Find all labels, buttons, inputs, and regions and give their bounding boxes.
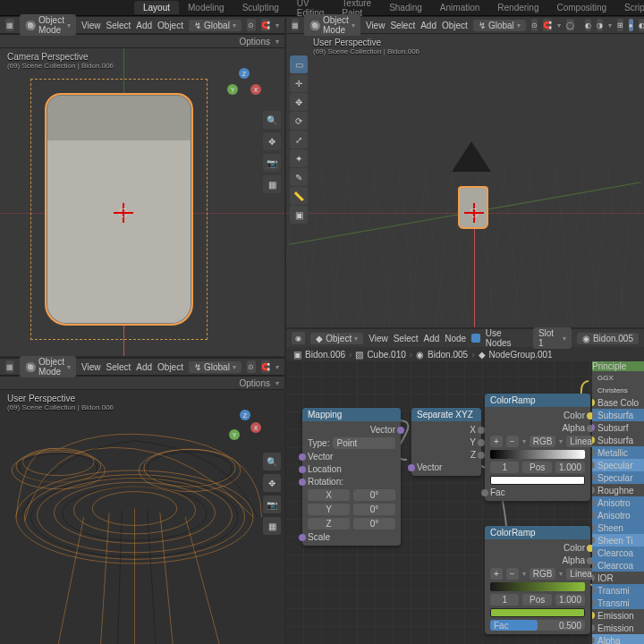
menu-view[interactable]: View (81, 362, 101, 372)
orientation-dropdown[interactable]: ↯Global▾ (473, 20, 526, 31)
ramp2-del[interactable]: − (506, 568, 519, 580)
zoom-icon[interactable]: 🔍 (263, 111, 281, 129)
ramp1-index[interactable]: 1 (490, 462, 519, 473)
orientation-dropdown[interactable]: ↯Global▾ (189, 361, 242, 373)
pivot-icon[interactable]: ⊙ (531, 19, 538, 31)
tool-measure-icon[interactable]: 📏 (290, 187, 308, 205)
viewport-c[interactable]: ▦ 🔘Object Mode▾ View Select Add Object ↯… (0, 358, 284, 644)
menu-add[interactable]: Add (420, 21, 436, 30)
snap-icon[interactable]: 🧲 (543, 19, 552, 31)
ramp2-mode[interactable]: RGB (530, 568, 556, 580)
gizmo-x[interactable]: X (250, 422, 261, 433)
viewport-c-canvas[interactable]: User Perspective(69) Scene Collection | … (0, 390, 284, 644)
menu-object[interactable]: Object (157, 362, 183, 372)
menu-node[interactable]: Node (445, 334, 466, 343)
node-mapping-title[interactable]: Mapping (302, 408, 401, 421)
ramp2-index[interactable]: 1 (490, 594, 519, 606)
crumb-material[interactable]: Bidon.005 (428, 350, 468, 360)
viewport-a-canvas[interactable]: Camera Perspective(69) Scene Collection … (0, 48, 284, 356)
menu-object[interactable]: Object (442, 21, 468, 30)
tool-move-icon[interactable]: ✥ (290, 93, 308, 111)
material-dropdown[interactable]: ◉Bidon.005 (577, 333, 639, 344)
menu-add[interactable]: Add (136, 21, 152, 30)
node-canvas[interactable]: Mapping Vector Type:Point Vector Locatio… (286, 361, 644, 644)
ramp1-mode[interactable]: RGB (530, 436, 556, 447)
tool-scale-icon[interactable]: ⤢ (290, 131, 308, 148)
ramp2-add[interactable]: + (490, 568, 503, 580)
editor-type-icon[interactable]: ▦ (292, 19, 299, 31)
snap-icon[interactable]: 🧲 (261, 19, 270, 31)
options-button[interactable]: Options (240, 37, 270, 47)
shading-solid-icon[interactable]: ● (629, 19, 633, 31)
mapping-rot-x[interactable]: X (308, 489, 350, 501)
gizmo-y[interactable]: Y (229, 429, 240, 440)
gizmo-x[interactable]: X (250, 84, 261, 95)
move-icon[interactable]: ✥ (263, 132, 281, 150)
menu-view[interactable]: View (81, 21, 101, 30)
options-button[interactable]: Options (240, 378, 270, 388)
node-principled-title[interactable]: Principle (592, 361, 644, 371)
menu-select[interactable]: Select (394, 334, 419, 343)
use-nodes-checkbox[interactable] (471, 334, 480, 343)
node-colorramp1-title[interactable]: ColorRamp (485, 394, 590, 407)
mode-dropdown[interactable]: 🔘Object Mode▾ (20, 356, 76, 377)
nav-gizmo[interactable]: X Y Z (225, 68, 261, 104)
node-colorramp-2[interactable]: ColorRamp Color Alpha +−▾RGB▾Linear▾ 1Po… (485, 526, 590, 634)
camera-icon[interactable]: 📷 (263, 496, 281, 513)
overlay-toggle-icon[interactable]: ◑ (597, 19, 603, 31)
menu-add[interactable]: Add (136, 362, 152, 372)
mapping-rot-z[interactable]: Z (308, 518, 350, 530)
ramp1-pos[interactable]: 1.000 (555, 462, 585, 473)
menu-add[interactable]: Add (423, 334, 439, 343)
overlay-toggle-icon[interactable]: ◐ (585, 19, 591, 31)
snap-icon[interactable]: 🧲 (261, 360, 270, 373)
perspective-icon[interactable]: ▦ (263, 517, 281, 535)
ramp2-fac-slider[interactable]: Fac0.500 (490, 620, 585, 631)
move-icon[interactable]: ✥ (263, 474, 281, 492)
proportional-icon[interactable]: ◯ (566, 19, 574, 31)
editor-type-icon[interactable]: ▦ (5, 360, 14, 373)
tool-transform-icon[interactable]: ✦ (290, 149, 308, 167)
ramp1-swatch[interactable] (490, 476, 585, 485)
gizmo-z[interactable]: Z (239, 68, 250, 79)
mode-dropdown[interactable]: 🔘Object Mode▾ (20, 14, 76, 36)
tab-compositing[interactable]: Compositing (547, 1, 615, 14)
tool-select-icon[interactable]: ▭ (290, 55, 308, 73)
tab-rendering[interactable]: Rendering (488, 1, 547, 14)
node-colorramp-1[interactable]: ColorRamp Color Alpha +−▾RGB▾Linear▾ 1Po… (485, 394, 590, 501)
ramp2-pos[interactable]: 1.000 (555, 594, 585, 606)
camera-icon[interactable]: 📷 (263, 154, 281, 172)
crumb-mesh[interactable]: Cube.010 (367, 350, 405, 360)
editor-type-icon[interactable]: ◉ (292, 332, 305, 344)
orientation-dropdown[interactable]: ↯Global▾ (189, 20, 242, 31)
tab-scripting[interactable]: Scripting (615, 1, 644, 14)
viewport-b[interactable]: ▦ 🔘Object Mode▾ View Select Add Object ↯… (286, 16, 644, 327)
tab-animation[interactable]: Animation (431, 1, 488, 14)
node-sepxyz-title[interactable]: Separate XYZ (411, 408, 481, 421)
ramp1-gradient[interactable] (490, 450, 585, 459)
tab-sculpting[interactable]: Sculpting (233, 1, 288, 14)
node-mapping[interactable]: Mapping Vector Type:Point Vector Locatio… (302, 408, 401, 546)
ramp1-add[interactable]: + (490, 436, 503, 447)
pivot-icon[interactable]: ⊙ (247, 360, 256, 373)
shader-type-dropdown[interactable]: ◆Object▾ (310, 333, 363, 344)
menu-object[interactable]: Object (157, 21, 183, 30)
viewport-a[interactable]: ▦ 🔘Object Mode▾ View Select Add Object ↯… (0, 16, 284, 356)
tab-modeling[interactable]: Modeling (179, 1, 233, 14)
menu-select[interactable]: Select (390, 21, 415, 30)
tab-layout[interactable]: Layout (134, 1, 179, 14)
crumb-object[interactable]: Bidon.006 (305, 350, 345, 360)
tool-addcube-icon[interactable]: ▣ (290, 206, 308, 224)
ramp2-gradient[interactable] (490, 582, 585, 591)
ramp2-swatch[interactable] (490, 608, 585, 617)
node-principled-bsdf[interactable]: Principle GGX Christens Base Colo Subsur… (592, 361, 644, 644)
tool-cursor-icon[interactable]: ✛ (290, 74, 308, 92)
mapping-rot-y[interactable]: Y (308, 504, 350, 515)
principled-distribution[interactable]: GGX (592, 371, 644, 384)
nav-gizmo[interactable]: X Y Z (225, 410, 261, 445)
pivot-icon[interactable]: ⊙ (247, 19, 256, 31)
gizmo-y[interactable]: Y (227, 84, 238, 95)
node-separate-xyz[interactable]: Separate XYZ X Y Z Vector (411, 408, 481, 476)
shading-matprev-icon[interactable]: ◐ (639, 19, 644, 31)
viewport-b-canvas[interactable]: User Perspective(69) Scene Collection | … (286, 34, 644, 327)
